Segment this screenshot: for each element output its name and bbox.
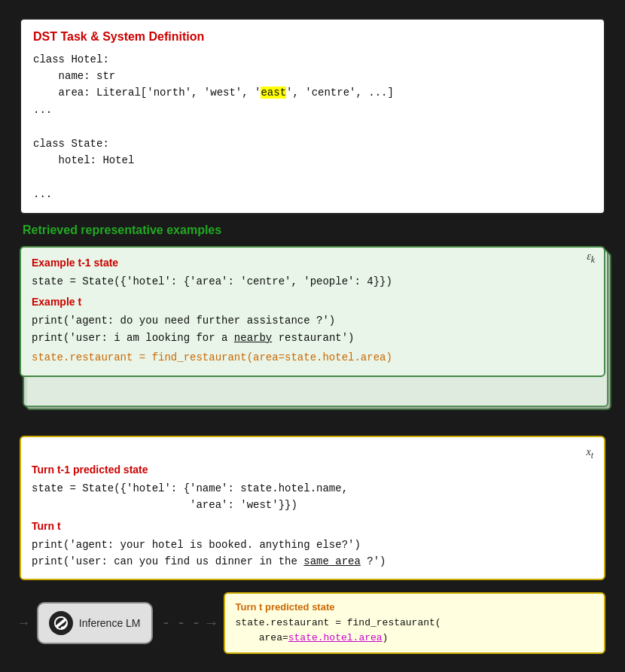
dst-title: DST Task & System Definition <box>33 30 592 44</box>
output-box: Turn t predicted state state.restaurant … <box>224 592 605 654</box>
turn-box: xt Turn t-1 predicted state state = Stat… <box>20 436 605 580</box>
turn-t-title: Turn t <box>32 520 593 532</box>
output-title: Turn t predicted state <box>236 601 593 613</box>
xt-label: xt <box>32 446 593 461</box>
turn-t1-title: Turn t-1 predicted state <box>32 464 593 476</box>
inference-label: Inference LM <box>79 617 141 629</box>
output-code: state.restaurant = find_restaurant( area… <box>236 616 593 645</box>
dashed-arrow: - - - → <box>162 615 215 632</box>
turn-t1-code: state = State({'hotel': {'name': state.h… <box>32 480 593 514</box>
turn-t-code: print('agent: your hotel is booked. anyt… <box>32 537 593 570</box>
highlight-east: east <box>261 87 286 99</box>
retrieved-label: Retrieved representative examples <box>20 223 605 237</box>
dst-code-block: class Hotel: name: str area: Literal['no… <box>33 51 592 203</box>
example-t-orange-code: state.restaurant = find_restaurant(area=… <box>32 349 593 366</box>
example-t-code: print('agent: do you need further assist… <box>32 312 593 346</box>
ek-label: εk <box>587 251 595 265</box>
example-t1-title: Example t-1 state <box>32 257 593 269</box>
output-underline-area: state.hotel.area <box>288 632 383 643</box>
nearby-link: nearby <box>234 332 272 344</box>
main-container: DST Task & System Definition class Hotel… <box>8 6 617 667</box>
left-arrow: → <box>20 616 28 631</box>
example-t1-code: state = State({'hotel': {'area': 'centre… <box>32 273 593 290</box>
code-line-1: class Hotel: name: str area: Literal['no… <box>33 53 394 200</box>
example-card: εk Example t-1 state state = State({'hot… <box>20 246 605 377</box>
openai-icon <box>49 611 73 635</box>
inference-lm-box: Inference LM <box>37 602 153 644</box>
same-area-link: same area <box>303 555 361 567</box>
inference-row: → Inference LM - - - → Turn t predicted … <box>20 592 605 654</box>
openai-svg <box>53 615 69 631</box>
examples-wrapper: εk Example t-1 state state = State({'hot… <box>20 246 605 419</box>
dst-task-box: DST Task & System Definition class Hotel… <box>20 18 605 215</box>
example-t-title: Example t <box>32 296 593 308</box>
